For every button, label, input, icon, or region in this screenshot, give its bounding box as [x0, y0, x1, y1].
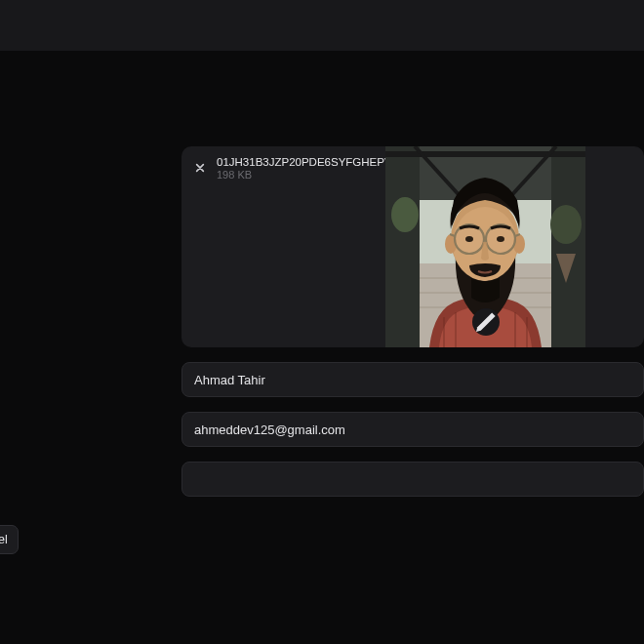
- cancel-label: el: [0, 533, 8, 546]
- cancel-button[interactable]: el: [0, 525, 19, 554]
- pencil-icon: [472, 308, 500, 336]
- avatar-preview: [385, 146, 585, 347]
- avatar-upload-card: 01JH31B3JZP20PDE6SYFGHEPVY.jpeg 198 KB: [181, 146, 644, 347]
- svg-rect-3: [551, 146, 585, 347]
- svg-point-28: [465, 236, 473, 242]
- email-input[interactable]: ahmeddev125@gmail.com: [181, 412, 644, 447]
- edit-avatar-button[interactable]: [472, 308, 500, 336]
- phone-input[interactable]: [181, 462, 644, 497]
- email-value: ahmeddev125@gmail.com: [194, 423, 345, 437]
- name-value: Ahmad Tahir: [194, 373, 265, 387]
- form-content: 01JH31B3JZP20PDE6SYFGHEPVY.jpeg 198 KB: [181, 146, 644, 497]
- remove-file-button[interactable]: [193, 161, 207, 175]
- top-bar: [0, 0, 644, 51]
- name-input[interactable]: Ahmad Tahir: [181, 362, 644, 397]
- header-spacer: [0, 51, 644, 127]
- svg-point-29: [497, 236, 504, 242]
- svg-point-7: [391, 197, 419, 232]
- svg-point-8: [550, 205, 582, 244]
- close-icon: [195, 163, 205, 173]
- svg-rect-2: [385, 146, 420, 347]
